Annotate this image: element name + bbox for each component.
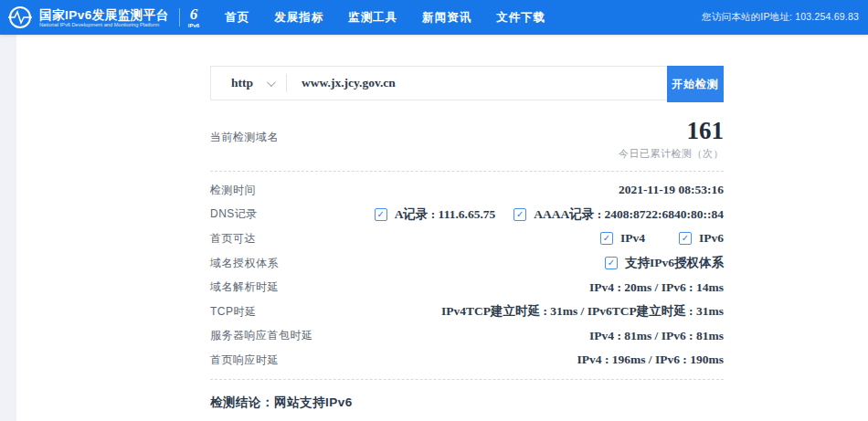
result-row-value: IPv4 : 196ms / IPv6 : 190ms: [577, 353, 725, 367]
ipv6-six-word: IPv6: [188, 23, 199, 28]
result-row-label: 域名解析时延: [210, 279, 279, 295]
checkbox-checked-icon[interactable]: ✓: [600, 232, 613, 245]
nav-item-news[interactable]: 新闻资讯: [422, 10, 471, 26]
chevron-down-icon: [267, 78, 276, 87]
result-row: TCP时延IPv4TCP建立时延 : 31ms / IPv6TCP建立时延 : …: [210, 300, 724, 324]
nav-item-development-index[interactable]: 发展指标: [274, 10, 323, 26]
domain-input[interactable]: [287, 67, 668, 100]
pulse-circle-logo-icon: [7, 5, 33, 30]
check-label: IPv4: [620, 231, 645, 246]
result-row-label: 服务器响应首包时延: [210, 328, 313, 343]
check-item: ✓AAAA记录 : 2408:8722:6840:80::84: [513, 206, 724, 223]
result-row: 服务器响应首包时延IPv4 : 81ms / IPv6 : 81ms: [210, 324, 724, 349]
detect-count-value: 161: [619, 117, 724, 144]
result-row-label: 域名授权体系: [210, 256, 279, 271]
counter-section: 当前检测域名 161 今日已累计检测（次）: [210, 117, 724, 161]
protocol-select[interactable]: http: [211, 67, 273, 100]
result-row-label: 首页可达: [210, 231, 256, 247]
result-row: 域名授权体系✓支持IPv6授权体系: [210, 251, 724, 276]
page-left-gutter: [0, 35, 16, 421]
result-row: 域名解析时延IPv4 : 20ms / IPv6 : 14ms: [210, 275, 724, 300]
detect-count-caption: 今日已累计检测（次）: [619, 147, 724, 161]
result-row-value: IPv4 : 81ms / IPv6 : 81ms: [589, 329, 724, 343]
check-group: ✓IPv4✓IPv6: [600, 231, 724, 246]
detect-search-bar: http 开始检测: [210, 66, 724, 100]
visitor-ip-text: 您访问本站的IP地址: 103.254.69.83: [702, 0, 859, 35]
ipv6-six-logo-icon: 6 IPv6: [188, 6, 199, 28]
result-row: 检测时间2021-11-19 08:53:16: [210, 178, 724, 203]
check-item: ✓IPv4: [600, 231, 645, 246]
start-detect-button[interactable]: 开始检测: [667, 66, 724, 102]
check-item: ✓支持IPv6授权体系: [605, 255, 724, 271]
result-row-label: 首页响应时延: [210, 353, 279, 368]
result-row-label: DNS记录: [210, 206, 258, 222]
brand-text: 国家IPv6发展监测平台 National IPv6 Development a…: [39, 8, 169, 27]
brand-subtitle: National IPv6 Development and Monitoring…: [39, 22, 163, 27]
nav-item-downloads[interactable]: 文件下载: [496, 10, 545, 26]
check-label: IPv6: [699, 231, 724, 246]
result-row-label: 检测时间: [210, 183, 256, 198]
main-nav: 首页 发展指标 监测工具 新闻资讯 文件下载: [225, 10, 545, 26]
result-row-label: TCP时延: [210, 304, 257, 320]
detect-panel: http 开始检测 当前检测域名 161 今日已累计检测（次） 检测时间2021…: [210, 35, 724, 411]
result-row: 首页可达✓IPv4✓IPv6: [210, 226, 724, 251]
brand-divider: [179, 8, 180, 26]
top-navbar: 国家IPv6发展监测平台 National IPv6 Development a…: [0, 0, 868, 35]
result-row-value: 2021-11-19 08:53:16: [619, 183, 724, 197]
check-label: AAAA记录 : 2408:8722:6840:80::84: [534, 206, 724, 223]
nav-item-monitor-tools[interactable]: 监测工具: [348, 10, 397, 26]
brand-title: 国家IPv6发展监测平台: [39, 8, 169, 22]
results-list: 检测时间2021-11-19 08:53:16DNS记录✓A记录 : 111.6…: [210, 178, 724, 373]
brand-logo-group[interactable]: 国家IPv6发展监测平台 National IPv6 Development a…: [7, 5, 199, 30]
dashed-divider-top: [210, 171, 724, 172]
nav-item-home[interactable]: 首页: [225, 10, 249, 26]
check-group: ✓支持IPv6授权体系: [605, 255, 724, 271]
conclusion-text: 检测结论：网站支持IPv6: [210, 395, 724, 411]
check-item: ✓IPv6: [679, 231, 724, 246]
counter-right: 161 今日已累计检测（次）: [619, 117, 724, 161]
result-row-value: IPv4TCP建立时延 : 31ms / IPv6TCP建立时延 : 31ms: [441, 303, 724, 320]
checkbox-checked-icon[interactable]: ✓: [375, 208, 387, 221]
result-row: 首页响应时延IPv4 : 196ms / IPv6 : 190ms: [210, 348, 724, 373]
protocol-value: http: [231, 76, 253, 90]
checkbox-checked-icon[interactable]: ✓: [605, 257, 618, 269]
ipv6-six-glyph: 6: [188, 6, 199, 22]
check-label: 支持IPv6授权体系: [625, 255, 724, 271]
result-row-value: IPv4 : 20ms / IPv6 : 14ms: [589, 280, 724, 295]
checkbox-checked-icon[interactable]: ✓: [513, 208, 526, 221]
current-domain-label: 当前检测域名: [210, 130, 279, 161]
check-group: ✓A记录 : 111.6.65.75✓AAAA记录 : 2408:8722:68…: [375, 206, 724, 223]
check-label: A记录 : 111.6.65.75: [395, 206, 496, 223]
result-row: DNS记录✓A记录 : 111.6.65.75✓AAAA记录 : 2408:87…: [210, 203, 724, 227]
check-item: ✓A记录 : 111.6.65.75: [375, 206, 496, 223]
dashed-divider-bottom: [210, 379, 724, 380]
checkbox-checked-icon[interactable]: ✓: [679, 232, 692, 245]
